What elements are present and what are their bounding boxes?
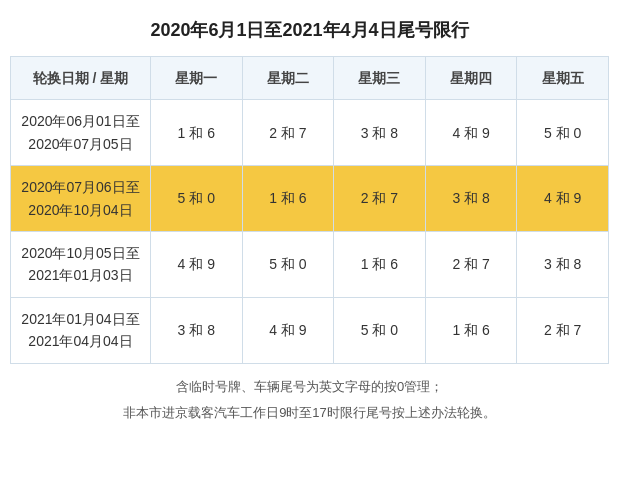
footer: 含临时号牌、车辆尾号为英文字母的按0管理； 非本市进京载客汽车工作日9时至17时… bbox=[0, 364, 619, 436]
cell-r2-c0: 4 和 9 bbox=[151, 231, 243, 297]
cell-r3-c2: 5 和 0 bbox=[334, 297, 426, 363]
cell-r1-c2: 2 和 7 bbox=[334, 166, 426, 232]
restriction-table: 轮换日期 / 星期星期一星期二星期三星期四星期五 2020年06月01日至202… bbox=[10, 56, 609, 364]
date-cell-1: 2020年07月06日至2020年10月04日 bbox=[11, 166, 151, 232]
cell-r3-c4: 2 和 7 bbox=[517, 297, 609, 363]
cell-r2-c2: 1 和 6 bbox=[334, 231, 426, 297]
header-day-2: 星期二 bbox=[242, 57, 334, 100]
header-day-3: 星期三 bbox=[334, 57, 426, 100]
cell-r3-c1: 4 和 9 bbox=[242, 297, 334, 363]
header-day-5: 星期五 bbox=[517, 57, 609, 100]
cell-r1-c3: 3 和 8 bbox=[425, 166, 517, 232]
cell-r1-c1: 1 和 6 bbox=[242, 166, 334, 232]
table-container: 轮换日期 / 星期星期一星期二星期三星期四星期五 2020年06月01日至202… bbox=[0, 56, 619, 364]
header-date: 轮换日期 / 星期 bbox=[11, 57, 151, 100]
cell-r2-c3: 2 和 7 bbox=[425, 231, 517, 297]
table-row: 2020年06月01日至2020年07月05日1 和 62 和 73 和 84 … bbox=[11, 100, 609, 166]
page-title: 2020年6月1日至2021年4月4日尾号限行 bbox=[0, 0, 619, 56]
date-cell-3: 2021年01月04日至2021年04月04日 bbox=[11, 297, 151, 363]
cell-r3-c0: 3 和 8 bbox=[151, 297, 243, 363]
cell-r0-c1: 2 和 7 bbox=[242, 100, 334, 166]
cell-r1-c4: 4 和 9 bbox=[517, 166, 609, 232]
cell-r3-c3: 1 和 6 bbox=[425, 297, 517, 363]
header-day-1: 星期一 bbox=[151, 57, 243, 100]
cell-r2-c1: 5 和 0 bbox=[242, 231, 334, 297]
footer-line2: 非本市进京载客汽车工作日9时至17时限行尾号按上述办法轮换。 bbox=[20, 400, 599, 426]
date-cell-0: 2020年06月01日至2020年07月05日 bbox=[11, 100, 151, 166]
table-row: 2020年07月06日至2020年10月04日5 和 01 和 62 和 73 … bbox=[11, 166, 609, 232]
cell-r1-c0: 5 和 0 bbox=[151, 166, 243, 232]
cell-r2-c4: 3 和 8 bbox=[517, 231, 609, 297]
table-row: 2020年10月05日至2021年01月03日4 和 95 和 01 和 62 … bbox=[11, 231, 609, 297]
cell-r0-c0: 1 和 6 bbox=[151, 100, 243, 166]
table-row: 2021年01月04日至2021年04月04日3 和 84 和 95 和 01 … bbox=[11, 297, 609, 363]
date-cell-2: 2020年10月05日至2021年01月03日 bbox=[11, 231, 151, 297]
cell-r0-c3: 4 和 9 bbox=[425, 100, 517, 166]
cell-r0-c4: 5 和 0 bbox=[517, 100, 609, 166]
header-day-4: 星期四 bbox=[425, 57, 517, 100]
cell-r0-c2: 3 和 8 bbox=[334, 100, 426, 166]
footer-line1: 含临时号牌、车辆尾号为英文字母的按0管理； bbox=[20, 374, 599, 400]
